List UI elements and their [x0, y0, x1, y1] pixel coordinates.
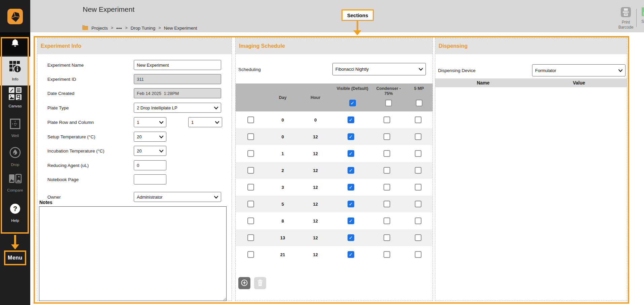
well-crosshair-icon — [9, 118, 21, 131]
5mp-checkbox[interactable] — [415, 234, 421, 241]
5mp-checkbox[interactable] — [415, 184, 421, 191]
notifications-item[interactable] — [0, 32, 30, 55]
breadcrumb-separator: > — [158, 26, 161, 30]
condenser-checkbox[interactable] — [384, 234, 390, 241]
experiment-info-section: Experiment Info Experiment Name Experime… — [37, 38, 232, 301]
row-select-checkbox[interactable] — [247, 251, 254, 258]
row-select-checkbox[interactable] — [247, 167, 254, 174]
visible-checkbox[interactable] — [348, 167, 354, 174]
5mp-header-checkbox[interactable] — [416, 100, 422, 106]
setup-temp-select[interactable]: 20 — [134, 132, 166, 142]
sidebar-item-help[interactable]: ? Help — [0, 203, 30, 223]
visible-checkbox[interactable] — [348, 150, 354, 157]
condenser-checkbox[interactable] — [384, 184, 390, 191]
day-cell: 1 — [266, 151, 299, 156]
condenser-checkbox[interactable] — [384, 167, 390, 174]
visible-header-checkbox[interactable] — [349, 100, 356, 106]
sidebar-item-info[interactable]: Info — [0, 57, 30, 86]
condenser-checkbox[interactable] — [384, 201, 390, 207]
visible-checkbox[interactable] — [348, 201, 354, 207]
5mp-checkbox[interactable] — [415, 251, 421, 258]
breadcrumb-drop-tuning[interactable]: Drop Tuning — [131, 26, 156, 31]
experiment-info-title: Experiment Info — [37, 38, 232, 54]
plate-row-select[interactable]: 1 — [134, 117, 166, 127]
5mp-checkbox[interactable] — [415, 116, 421, 123]
condenser-checkbox[interactable] — [384, 133, 390, 140]
print-barcode-button[interactable]: Print Barcode — [613, 7, 639, 30]
5mp-checkbox[interactable] — [415, 201, 421, 207]
sidebar-item-compare[interactable]: Compare — [0, 173, 30, 192]
notebook-page-input[interactable] — [134, 174, 166, 184]
reducing-agent-input[interactable] — [134, 160, 166, 170]
row-select-checkbox[interactable] — [247, 116, 254, 123]
visible-checkbox[interactable] — [348, 116, 354, 123]
reducing-agent-row: Reducing Agent (uL) — [37, 160, 232, 170]
plate-row-col-row: Plate Row and Column 1 1 — [37, 117, 232, 127]
chevron-down-icon — [214, 105, 218, 110]
row-select-checkbox[interactable] — [247, 234, 254, 241]
day-column-header: Day — [266, 95, 299, 100]
5mp-checkbox[interactable] — [415, 217, 421, 224]
canvas-tiles-icon — [8, 87, 22, 102]
condenser-checkbox[interactable] — [384, 150, 390, 157]
incubation-temp-value: 20 — [137, 148, 142, 154]
plate-type-select[interactable]: 2 Drop Intelliplate LP — [134, 103, 221, 113]
5mp-checkbox[interactable] — [415, 167, 421, 174]
condenser-checkbox[interactable] — [384, 217, 390, 224]
setup-temp-label: Setup Temperature (°C) — [47, 134, 95, 139]
visible-checkbox[interactable] — [348, 184, 354, 191]
condenser-column-header: Condenser - 75% — [372, 86, 405, 96]
dispensing-device-value: Formulator — [535, 68, 556, 73]
imaging-schedule-row: 8 12 — [236, 212, 433, 229]
condenser-checkbox[interactable] — [384, 116, 390, 123]
imaging-schedule-row: 2 12 — [236, 162, 433, 179]
visible-checkbox[interactable] — [348, 217, 354, 224]
sidebar-item-label: Well — [11, 134, 19, 138]
plate-column-select[interactable]: 1 — [188, 117, 222, 127]
hour-cell: 12 — [299, 151, 331, 156]
sidebar-item-well[interactable]: Well — [0, 118, 30, 138]
breadcrumb-projects[interactable]: Projects — [91, 26, 108, 31]
scheduling-label: Scheduling — [238, 67, 261, 72]
hour-column-header: Hour — [299, 95, 331, 100]
scheduling-select[interactable]: Fibonacci Nightly — [332, 63, 426, 75]
page-title: New Experiment — [83, 5, 134, 13]
breadcrumb-collapsed[interactable]: ••• — [116, 26, 122, 31]
experiment-id-row: Experiment ID — [37, 74, 232, 84]
plus-circle-icon — [241, 279, 248, 287]
sidebar-item-canvas[interactable]: Canvas — [0, 87, 30, 108]
row-select-checkbox[interactable] — [247, 150, 254, 157]
condenser-header-checkbox[interactable] — [385, 100, 392, 106]
header-divider — [636, 9, 637, 27]
experiment-id-label: Experiment ID — [47, 77, 76, 82]
save-button[interactable]: Save — [638, 7, 644, 24]
visible-checkbox[interactable] — [348, 133, 354, 140]
row-select-checkbox[interactable] — [247, 184, 254, 191]
day-cell: 5 — [266, 202, 299, 207]
notes-textarea[interactable] — [39, 206, 227, 301]
hour-cell: 12 — [299, 185, 331, 190]
sidebar-item-label: Compare — [7, 188, 23, 192]
condenser-checkbox[interactable] — [384, 251, 390, 258]
owner-row: Owner Administrator — [37, 192, 232, 202]
row-select-checkbox[interactable] — [247, 217, 254, 224]
5mp-checkbox[interactable] — [415, 150, 421, 157]
imaging-schedule-row: 21 12 — [236, 246, 433, 263]
delete-schedule-row-button[interactable] — [254, 277, 266, 289]
sidebar-item-drop[interactable]: Drop — [0, 146, 30, 167]
owner-value: Administrator — [137, 195, 163, 200]
row-select-checkbox[interactable] — [247, 133, 254, 140]
app-logo[interactable] — [7, 9, 23, 26]
5mp-checkbox[interactable] — [415, 133, 421, 140]
visible-checkbox[interactable] — [348, 234, 354, 241]
owner-select[interactable]: Administrator — [134, 192, 221, 202]
imaging-schedule-title: Imaging Schedule — [236, 38, 433, 54]
sidebar-item-label: Drop — [11, 163, 19, 167]
row-select-checkbox[interactable] — [247, 201, 254, 207]
add-schedule-row-button[interactable] — [238, 277, 250, 289]
incubation-temp-select[interactable]: 20 — [134, 146, 166, 156]
experiment-name-input[interactable] — [134, 60, 221, 70]
visible-checkbox[interactable] — [348, 251, 354, 258]
dispensing-device-select[interactable]: Formulator — [532, 64, 626, 76]
hour-cell: 12 — [299, 168, 331, 173]
